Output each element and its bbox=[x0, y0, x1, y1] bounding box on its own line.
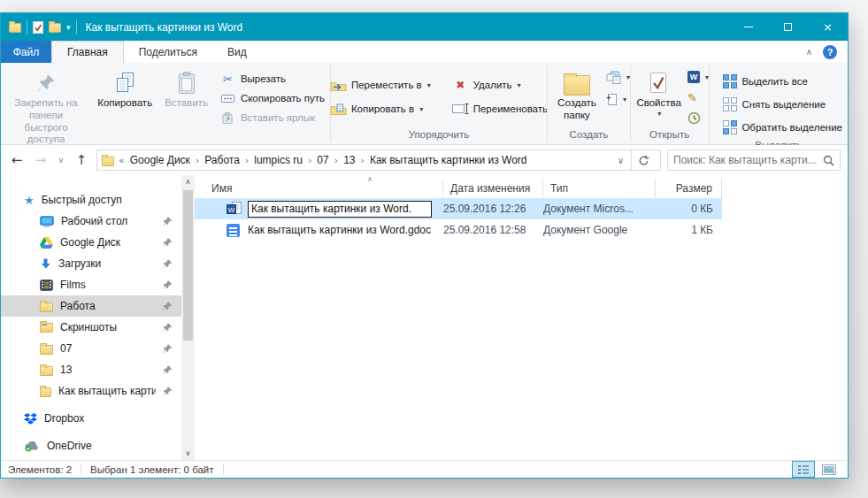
sidebar-scrollbar[interactable]: ∧ ∨ bbox=[181, 175, 195, 460]
new-folder-qat-button[interactable] bbox=[49, 23, 61, 33]
file-row[interactable]: Как вытащить картинки из Word.gdoc 25.09… bbox=[195, 219, 722, 241]
sidebar-item-label: 13 bbox=[60, 364, 72, 376]
details-view-button[interactable] bbox=[792, 461, 815, 478]
file-size: 1 КБ bbox=[656, 219, 722, 241]
ribbon-group-open: Свойства ▾ W ▾ ✎ bbox=[630, 63, 709, 144]
new-folder-button[interactable]: Создать папку bbox=[548, 67, 606, 124]
sidebar-item-quick-access[interactable]: ★ Быстрый доступ bbox=[1, 189, 181, 211]
copy-path-icon bbox=[219, 94, 236, 103]
column-header-size[interactable]: Размер bbox=[656, 179, 722, 198]
minimize-button[interactable] bbox=[728, 13, 768, 41]
sidebar-item-downloads[interactable]: Загрузки bbox=[1, 253, 181, 274]
select-all-label: Выделить все bbox=[741, 76, 807, 87]
delete-button[interactable]: ✖ Удалить ▾ bbox=[452, 77, 548, 93]
copy-to-button[interactable]: Копировать в ▾ bbox=[330, 101, 431, 117]
history-button[interactable] bbox=[687, 110, 709, 126]
breadcrumb-item[interactable]: Google Диск bbox=[126, 154, 195, 166]
refresh-button[interactable] bbox=[632, 155, 656, 166]
maximize-button[interactable] bbox=[768, 13, 808, 41]
rename-input[interactable] bbox=[248, 201, 432, 218]
column-header-name[interactable]: Имя bbox=[195, 179, 443, 198]
sidebar-item-13[interactable]: 13 bbox=[1, 359, 181, 380]
file-row[interactable]: W 25.09.2016 12:26 Документ Micros... 0 … bbox=[195, 198, 722, 219]
move-to-button[interactable]: Переместить в ▾ bbox=[330, 77, 431, 93]
scrollbar-thumb[interactable] bbox=[183, 190, 193, 341]
paste-shortcut-label: Вставить ярлык bbox=[241, 112, 315, 123]
dropdown-icon: ▾ bbox=[623, 96, 626, 103]
breadcrumb-item[interactable]: lumpics ru bbox=[250, 154, 307, 166]
quick-access-toolbar: ▾ bbox=[1, 20, 77, 34]
collapse-ribbon-icon[interactable]: ∧ bbox=[806, 47, 812, 57]
copy-button[interactable]: Копировать bbox=[91, 67, 158, 111]
copy-path-label: Скопировать путь bbox=[241, 93, 325, 103]
address-dropdown-icon[interactable]: ∨ bbox=[611, 156, 631, 165]
new-item-button[interactable]: ▾ bbox=[606, 91, 630, 107]
sidebar-item-desktop[interactable]: Рабочий стол bbox=[1, 211, 181, 232]
scrollbar-up-icon[interactable]: ∧ bbox=[181, 175, 195, 188]
google-doc-icon bbox=[227, 224, 242, 237]
folder-icon[interactable] bbox=[9, 23, 21, 33]
thumbnail-view-button[interactable] bbox=[818, 461, 841, 478]
search-icon[interactable] bbox=[823, 155, 834, 166]
column-header-type[interactable]: Тип bbox=[543, 179, 656, 198]
search-input[interactable] bbox=[673, 154, 823, 166]
select-none-button[interactable]: Снять выделение bbox=[723, 96, 842, 112]
tab-view[interactable]: Вид bbox=[212, 41, 262, 63]
pencil-icon: ✎ bbox=[687, 91, 697, 104]
sidebar-item-dropbox[interactable]: Dropbox bbox=[1, 408, 181, 429]
select-all-button[interactable]: Выделить все bbox=[723, 73, 842, 89]
details-view-icon bbox=[797, 464, 810, 475]
scrollbar-track[interactable] bbox=[181, 188, 195, 447]
up-button[interactable]: ↑ bbox=[73, 152, 90, 168]
sidebar-item-label: Рабочий стол bbox=[61, 215, 127, 227]
scrollbar-down-icon[interactable]: ∨ bbox=[181, 447, 195, 460]
close-button[interactable]: × bbox=[808, 13, 848, 41]
title-bar[interactable]: ▾ Как вытащить картинки из Word × bbox=[1, 13, 848, 41]
breadcrumb-item[interactable]: 13 bbox=[339, 154, 359, 166]
properties-qat-button[interactable] bbox=[33, 21, 43, 34]
copy-path-button[interactable]: Скопировать путь bbox=[219, 90, 325, 106]
ribbon-group-organize: Переместить в ▾ Копировать в ▾ bbox=[330, 63, 547, 144]
sidebar-item-kak-vytashchit[interactable]: Как вытащить картинки bbox=[1, 380, 181, 402]
rename-button[interactable]: Переименовать bbox=[452, 101, 548, 117]
recent-locations-dropdown-icon[interactable]: ∨ bbox=[56, 156, 66, 165]
pin-icon bbox=[163, 344, 173, 354]
forward-button[interactable]: → bbox=[32, 152, 50, 168]
sidebar-item-rabota[interactable]: Работа bbox=[1, 295, 181, 317]
column-header-date[interactable]: Дата изменения bbox=[443, 179, 543, 198]
google-drive-icon bbox=[40, 237, 53, 249]
pin-icon bbox=[163, 259, 173, 269]
sidebar-item-onedrive[interactable]: OneDrive bbox=[1, 435, 181, 456]
invert-selection-button[interactable]: Обратить выделение bbox=[723, 119, 842, 135]
address-bar[interactable]: « Google Диск › Работа › lumpics ru › 07… bbox=[96, 149, 661, 171]
sidebar-item-films[interactable]: Films bbox=[1, 274, 181, 295]
sidebar-item-google-drive[interactable]: Google Диск bbox=[1, 232, 181, 253]
quick-access-star-icon: ★ bbox=[24, 194, 35, 207]
pin-to-quick-access-button[interactable]: Закрепить на панели быстрого доступа bbox=[1, 67, 91, 148]
breadcrumb-item[interactable]: 07 bbox=[312, 154, 333, 166]
customize-qat-dropdown-icon[interactable]: ▾ bbox=[66, 23, 71, 32]
properties-button[interactable]: Свойства ▾ bbox=[630, 67, 687, 119]
tab-share[interactable]: Поделиться bbox=[124, 41, 212, 63]
paste-shortcut-button[interactable]: Вставить ярлык bbox=[219, 110, 325, 126]
help-button[interactable]: ? bbox=[823, 45, 837, 59]
easy-access-button[interactable]: ▾ bbox=[606, 69, 630, 85]
crumb-overflow-icon[interactable]: « bbox=[118, 155, 126, 166]
rename-label: Переименовать bbox=[473, 103, 548, 114]
sidebar-item-screenshots[interactable]: ✂ Скриншоты bbox=[1, 317, 181, 338]
tab-file[interactable]: Файл bbox=[1, 41, 51, 63]
folder-icon bbox=[40, 303, 53, 312]
paste-button[interactable]: Вставить bbox=[158, 67, 214, 111]
search-box[interactable] bbox=[667, 149, 841, 171]
screenshots-folder-icon: ✂ bbox=[40, 320, 53, 335]
tab-home[interactable]: Главная bbox=[51, 41, 124, 63]
breadcrumb-item[interactable]: Как вытащить картинки из Word bbox=[365, 154, 532, 166]
back-button[interactable]: ← bbox=[8, 152, 26, 168]
breadcrumb-item[interactable]: Работа bbox=[200, 154, 244, 166]
sidebar-item-07[interactable]: 07 bbox=[1, 338, 181, 359]
dropdown-icon: ▾ bbox=[419, 105, 423, 113]
open-with-word-button[interactable]: W ▾ bbox=[687, 69, 709, 85]
cut-button[interactable]: ✂ Вырезать bbox=[219, 71, 325, 87]
paste-icon bbox=[176, 69, 197, 97]
edit-button[interactable]: ✎ bbox=[687, 89, 709, 105]
